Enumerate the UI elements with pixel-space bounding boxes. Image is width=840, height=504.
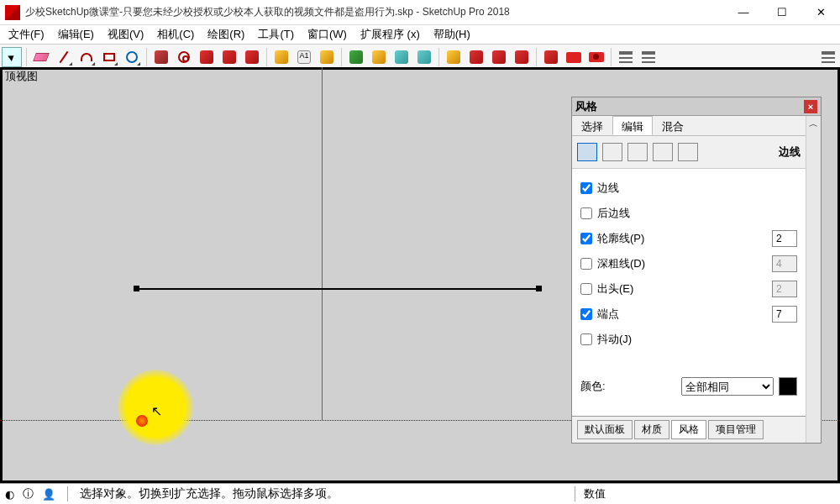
menu-edit[interactable]: 编辑(E) <box>53 25 99 44</box>
jitter-checkbox[interactable] <box>580 333 592 345</box>
depthcue-input <box>772 255 797 272</box>
face-settings-icon[interactable] <box>602 143 622 161</box>
menu-file[interactable]: 文件(F) <box>3 25 50 44</box>
cursor-dot-icon <box>136 415 148 427</box>
bg-settings-icon[interactable] <box>627 143 648 161</box>
statusbar: ◐ ⓘ 👤 选择对象。切换到扩充选择。拖动鼠标选择多项。 数值 <box>0 483 840 504</box>
plugin-folder-tool[interactable] <box>564 47 584 67</box>
profiles-checkbox[interactable] <box>580 233 592 244</box>
titlebar: 少校SketchUp微课堂-只要您未经少校授权或少校本人获取的视频文件都是盗用行… <box>0 0 840 25</box>
section-label: 边线 <box>779 144 801 160</box>
status-icon-1[interactable]: ◐ <box>5 488 14 501</box>
maximize-button[interactable]: ☐ <box>763 0 801 25</box>
tab-select[interactable]: 选择 <box>572 116 612 135</box>
select-tool[interactable] <box>2 47 22 67</box>
panel-close-button[interactable]: × <box>804 100 817 113</box>
styles-tray[interactable]: 风格 × 选择 编辑 混合 边线 边线 <box>571 97 822 444</box>
vcb: 数值 <box>575 486 835 501</box>
back-edges-checkbox[interactable] <box>580 207 592 219</box>
orbit-tool[interactable] <box>346 47 366 67</box>
line-tool[interactable] <box>54 47 74 67</box>
menu-camera[interactable]: 相机(C) <box>152 25 199 44</box>
extension-input <box>772 281 797 297</box>
menu-window[interactable]: 窗口(W) <box>302 25 352 44</box>
color-mode-select[interactable]: 全部相同 <box>681 377 774 396</box>
rotate-tool[interactable] <box>219 47 239 67</box>
status-icon-2[interactable]: ⓘ <box>23 486 34 501</box>
green-axis <box>322 67 323 420</box>
menu-help[interactable]: 帮助(H) <box>428 25 475 44</box>
tab-project[interactable]: 项目管理 <box>708 420 764 439</box>
watermark-settings-icon[interactable] <box>653 143 673 161</box>
back-edges-label: 后边线 <box>597 206 630 221</box>
cursor-arrow-icon: ↖ <box>151 403 162 419</box>
color-swatch[interactable] <box>779 377 797 396</box>
layout-tool[interactable] <box>489 47 509 67</box>
edges-label: 边线 <box>597 181 619 196</box>
profiles-input[interactable] <box>772 230 797 247</box>
styles-panel-header[interactable]: 风格 × <box>572 97 821 116</box>
status-hint: 选择对象。切换到扩充选择。拖动鼠标选择多项。 <box>80 486 339 501</box>
tab-edit[interactable]: 编辑 <box>612 116 653 135</box>
warehouse-tool[interactable] <box>444 47 464 67</box>
tray-bottom-tabs: 默认面板 材质 风格 项目管理 <box>572 416 806 443</box>
modeling-settings-icon[interactable] <box>678 143 698 161</box>
info-tool[interactable] <box>638 47 659 67</box>
panel-scrollbar[interactable] <box>806 116 821 443</box>
extension-checkbox[interactable] <box>580 283 592 295</box>
menu-ext[interactable]: 扩展程序 (x) <box>355 25 425 44</box>
styles-panel-title: 风格 <box>575 99 597 114</box>
profiles-label: 轮廓线(P) <box>597 231 644 246</box>
window-title: 少校SketchUp微课堂-只要您未经少校授权或少校本人获取的视频文件都是盗用行… <box>25 5 724 19</box>
menu-view[interactable]: 视图(V) <box>102 25 149 44</box>
menu-tools[interactable]: 工具(T) <box>253 25 299 44</box>
tab-mix[interactable]: 混合 <box>653 116 693 135</box>
zoom-extents-tool[interactable] <box>414 47 434 67</box>
edge-options: 边线 后边线 轮廓线(P) 深粗线(D) <box>572 169 806 416</box>
extmgr-tool[interactable] <box>512 47 532 67</box>
status-icon-3[interactable]: 👤 <box>42 488 55 501</box>
minimize-button[interactable]: — <box>724 0 763 25</box>
style-mode-row: 边线 <box>572 136 806 169</box>
styles-subtabs: 选择 编辑 混合 <box>572 116 806 136</box>
extension-tool[interactable] <box>466 47 486 67</box>
rectangle-tool[interactable] <box>99 47 119 67</box>
menu-draw[interactable]: 绘图(R) <box>202 25 249 44</box>
close-button[interactable]: ✕ <box>801 0 840 25</box>
vcb-label: 数值 <box>584 486 606 501</box>
move-tool[interactable] <box>197 47 217 67</box>
circle-tool[interactable] <box>122 47 142 67</box>
tab-materials[interactable]: 材质 <box>634 420 669 439</box>
tape-tool[interactable] <box>271 47 291 67</box>
jitter-label: 抖动(J) <box>597 332 632 347</box>
scale-tool[interactable] <box>242 47 262 67</box>
edges-checkbox[interactable] <box>580 182 592 194</box>
plugin-tool-1[interactable] <box>541 47 561 67</box>
offset-tool[interactable] <box>174 47 194 67</box>
paint-tool[interactable] <box>317 47 337 67</box>
endpoints-checkbox[interactable] <box>580 308 592 320</box>
endpoints-label: 端点 <box>597 307 619 322</box>
tab-default-tray[interactable]: 默认面板 <box>577 420 633 439</box>
eraser-tool[interactable] <box>31 47 51 67</box>
viewport-label: 顶视图 <box>0 67 43 86</box>
pan-tool[interactable] <box>369 47 389 67</box>
pushpull-tool[interactable] <box>151 47 171 67</box>
outliner-tool[interactable] <box>616 47 636 67</box>
plugin-camera-tool[interactable] <box>586 47 606 67</box>
endpoints-input[interactable] <box>772 306 797 323</box>
app-icon <box>5 5 20 20</box>
depthcue-checkbox[interactable] <box>580 258 592 270</box>
cursor-highlight: ↖ <box>118 370 193 445</box>
arc-tool[interactable] <box>76 47 97 67</box>
tray-toggle[interactable] <box>818 47 838 67</box>
text-tool[interactable]: A1 <box>294 47 314 67</box>
menubar: 文件(F) 编辑(E) 视图(V) 相机(C) 绘图(R) 工具(T) 窗口(W… <box>0 25 840 44</box>
zoom-tool[interactable] <box>391 47 412 67</box>
depthcue-label: 深粗线(D) <box>597 256 645 271</box>
color-label: 颜色: <box>580 379 606 394</box>
drawn-edge[interactable] <box>136 288 539 290</box>
tab-styles[interactable]: 风格 <box>671 420 706 439</box>
edge-settings-icon[interactable] <box>577 143 597 161</box>
extension-label: 出头(E) <box>597 281 633 297</box>
